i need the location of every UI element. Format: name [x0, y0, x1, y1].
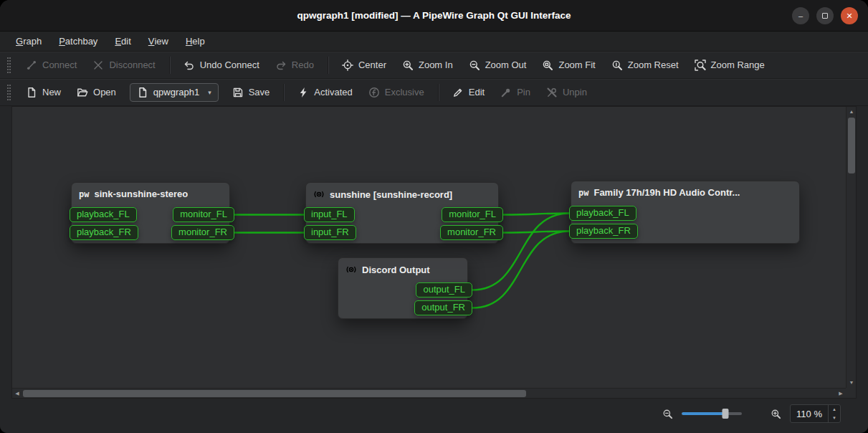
toolbar-file: NewOpenqpwgraph1▾SaveActivatedExclusiveE… — [0, 79, 868, 106]
menu-patchbay[interactable]: Patchbay — [50, 32, 106, 51]
edit-button[interactable]: Edit — [445, 83, 492, 102]
zoom-slider[interactable] — [682, 408, 742, 419]
pipewire-icon: pw — [578, 189, 588, 197]
node-header: sunshine [sunshine-record] — [306, 183, 498, 200]
zoom-in-icon[interactable] — [771, 409, 781, 419]
menubar: GraphPatchbayEditViewHelp — [0, 32, 868, 52]
zoom-slider-track[interactable] — [682, 412, 742, 415]
menu-help[interactable]: Help — [177, 32, 214, 51]
button-label: Undo Connect — [200, 60, 259, 70]
unpin-icon — [546, 87, 558, 98]
button-label: Disconnect — [109, 60, 155, 70]
pin-button[interactable]: Pin — [493, 83, 538, 102]
zoom-slider-fill — [682, 412, 725, 415]
minimize-button[interactable]: – — [792, 7, 809, 24]
port-monitor-fl[interactable]: monitor_FL — [173, 207, 234, 222]
node-sunshine[interactable]: sunshine [sunshine-record]input_FLinput_… — [305, 182, 499, 244]
node-header: pwsink-sunshine-stereo — [72, 183, 229, 199]
center-icon — [342, 60, 353, 71]
vertical-scroll-handle[interactable] — [848, 118, 855, 173]
node-sink-sunshine-stereo[interactable]: pwsink-sunshine-stereoplayback_FLplaybac… — [71, 182, 230, 244]
zoom-in-button[interactable]: Zoom In — [395, 56, 460, 75]
zoom-spinbox[interactable]: 110 % ▲ ▼ — [790, 404, 841, 423]
port-output-fr[interactable]: output_FR — [414, 300, 472, 315]
port-input-fr[interactable]: input_FR — [304, 225, 356, 240]
port-input-fl[interactable]: input_FL — [304, 207, 355, 222]
pin-icon — [500, 87, 512, 98]
node-discord-output[interactable]: Discord Outputoutput_FLoutput_FR — [338, 257, 468, 319]
port-playback-fr[interactable]: playback_FR — [70, 225, 138, 240]
redo-icon — [275, 60, 287, 71]
zoom-spin-down-icon[interactable]: ▼ — [829, 414, 840, 422]
button-label: Zoom Out — [485, 60, 527, 70]
port-monitor-fr[interactable]: monitor_FR — [171, 225, 234, 240]
port-output-fl[interactable]: output_FL — [416, 282, 472, 298]
menu-graph[interactable]: Graph — [7, 32, 50, 51]
toolbar-handle[interactable] — [7, 85, 11, 100]
titlebar[interactable]: qpwgraph1 [modified] — A PipeWire Graph … — [0, 0, 868, 32]
save-button[interactable]: Save — [225, 83, 277, 102]
horizontal-scrollbar[interactable]: ◀ ▶ — [12, 388, 846, 398]
horizontal-scroll-handle[interactable] — [23, 390, 526, 397]
exclusive-icon — [368, 87, 380, 98]
menu-edit[interactable]: Edit — [106, 32, 139, 51]
scroll-right-arrow-icon[interactable]: ▶ — [836, 389, 846, 399]
new-button[interactable]: New — [19, 83, 68, 102]
scroll-down-arrow-icon[interactable]: ▼ — [846, 378, 857, 388]
scrollbar-corner — [846, 388, 856, 398]
zoom-fit-button[interactable]: Zoom Fit — [535, 56, 602, 75]
zoom-out-icon — [469, 60, 480, 71]
minimize-icon: – — [798, 12, 803, 20]
zoom-slider-handle[interactable] — [722, 409, 728, 419]
activated-button[interactable]: Activated — [290, 83, 359, 102]
close-button[interactable]: ✕ — [841, 7, 858, 24]
node-title: Discord Output — [362, 265, 430, 275]
maximize-icon — [822, 13, 828, 19]
input-ports: playback_FLplayback_FR — [70, 207, 138, 240]
node-family-audio[interactable]: pwFamily 17h/19h HD Audio Contr...playba… — [571, 181, 800, 244]
button-label: Zoom Range — [711, 60, 765, 70]
patchbay-file-icon — [137, 87, 148, 98]
exclusive-button[interactable]: Exclusive — [361, 83, 431, 102]
port-playback-fl[interactable]: playback_FL — [70, 207, 137, 222]
button-label: Zoom Fit — [558, 60, 595, 70]
graph-canvas[interactable]: pwsink-sunshine-stereoplayback_FLplaybac… — [12, 107, 846, 388]
vertical-scrollbar[interactable]: ▲ ▼ — [846, 107, 856, 388]
save-icon — [232, 87, 244, 98]
undo-connect-button[interactable]: Undo Connect — [176, 56, 267, 75]
connections-layer — [12, 107, 846, 388]
maximize-button[interactable] — [816, 7, 834, 24]
output-ports: monitor_FLmonitor_FR — [440, 207, 503, 240]
disconnect-button[interactable]: Disconnect — [85, 56, 162, 75]
connect-button[interactable]: Connect — [19, 56, 84, 75]
menu-view[interactable]: View — [140, 32, 177, 51]
input-ports: playback_FLplayback_FR — [569, 206, 638, 239]
patchbay-file-combo[interactable]: qpwgraph1▾ — [130, 83, 219, 102]
button-label: Center — [358, 60, 386, 70]
app-window: qpwgraph1 [modified] — A PipeWire Graph … — [0, 0, 868, 433]
redo-button[interactable]: Redo — [268, 56, 321, 75]
zoom-range-button[interactable]: Zoom Range — [687, 56, 772, 75]
port-playback-fr[interactable]: playback_FR — [569, 224, 638, 239]
toolbar-handle[interactable] — [7, 57, 11, 73]
edit-icon — [452, 87, 464, 98]
scroll-up-arrow-icon[interactable]: ▲ — [846, 107, 857, 117]
open-icon — [77, 87, 88, 98]
node-header: Discord Output — [338, 258, 467, 275]
window-title: qpwgraph1 [modified] — A PipeWire Graph … — [297, 10, 571, 21]
button-label: Activated — [314, 87, 352, 97]
zoom-spin-up-icon[interactable]: ▲ — [829, 405, 840, 414]
port-monitor-fr[interactable]: monitor_FR — [440, 225, 503, 240]
input-ports: input_FLinput_FR — [304, 207, 356, 240]
output-ports: output_FLoutput_FR — [414, 282, 472, 315]
zoom-out-icon[interactable] — [662, 409, 673, 419]
open-button[interactable]: Open — [70, 83, 123, 102]
scroll-left-arrow-icon[interactable]: ◀ — [12, 389, 22, 399]
center-button[interactable]: Center — [335, 56, 394, 75]
zoom-out-button[interactable]: Zoom Out — [462, 56, 534, 75]
port-playback-fl[interactable]: playback_FL — [569, 206, 636, 221]
zoom-reset-button[interactable]: Zoom Reset — [604, 56, 686, 75]
unpin-button[interactable]: Unpin — [539, 83, 594, 102]
connect-icon — [26, 60, 37, 71]
port-monitor-fl[interactable]: monitor_FL — [442, 207, 503, 222]
